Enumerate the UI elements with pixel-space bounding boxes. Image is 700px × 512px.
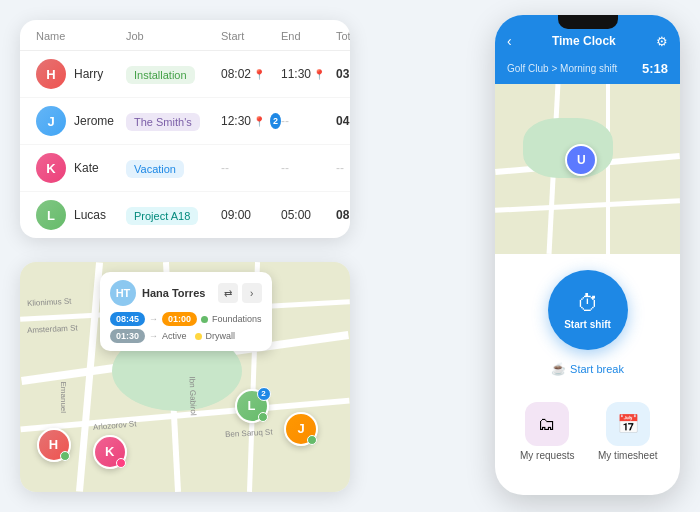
job-badge: Installation [126,66,195,84]
phone-notch [558,15,618,29]
job-badge: Project A18 [126,207,198,225]
time-display: 5:18 [642,61,668,76]
start-break-button[interactable]: ☕ Start break [541,358,634,380]
start-shift-button[interactable]: ⏱ Start shift [548,270,628,350]
phone-shell: ‹ Time Clock ⚙ Golf Club > Morning shift… [495,15,680,495]
end-time: -- [281,161,336,175]
timesheet-label: My timesheet [598,450,657,461]
timer-icon: ⏱ [577,291,599,317]
back-button[interactable]: ‹ [507,33,512,49]
breadcrumb-text: Golf Club > Morning shift [507,63,617,74]
table-header: Name Job Start End Total hours [20,20,350,51]
status-dot [60,451,70,461]
name-cell: L Lucas [36,200,126,230]
map-popup: HT Hana Torres ⇄ › 08:45 → 01:00 Foundat… [100,272,272,351]
end-time: -- [281,114,336,128]
street-label: Amsterdam St [26,324,77,336]
start-shift-label: Start shift [564,319,611,330]
street-label: Ibn Gabirol [187,377,197,416]
phone-breadcrumb: Golf Club > Morning shift 5:18 [495,59,680,84]
map-avatar[interactable]: J [284,412,318,446]
start-time: -- [221,161,281,175]
sync-icon[interactable]: ⇄ [218,283,238,303]
employee-name: Kate [74,161,99,175]
total-hours: 04:12 📄 [336,114,350,128]
phone-map: U [495,84,680,254]
job-cell: Project A18 [126,206,221,225]
pin-icon: 📍 [313,69,325,80]
requests-label: My requests [520,450,574,461]
requests-icon: 🗂 [525,402,569,446]
avatar: H [36,59,66,89]
popup-row: 08:45 → 01:00 Foundations [110,312,262,326]
map-background: Klionimus St Amsterdam St Arlozorov St B… [20,262,350,492]
start-time: 08:02 📍 [221,67,281,81]
start-time: 09:00 [221,208,281,222]
popup-header: HT Hana Torres ⇄ › [110,280,262,306]
col-start: Start [221,30,281,42]
map-avatar[interactable]: K [93,435,127,469]
time-chip: 01:30 [110,329,145,343]
time-chip: 08:45 [110,312,145,326]
table-row: L Lucas Project A18 09:00 05:00 08:00 [20,192,350,238]
schedule-table-panel: Name Job Start End Total hours H Harry I… [20,20,350,238]
time-chip: 01:00 [162,312,197,326]
job-cell: Installation [126,65,221,84]
col-job: Job [126,30,221,42]
total-hours: -- [336,161,350,175]
status-dot [195,333,202,340]
total-hours: 03:28 [336,67,350,81]
avatar: J [36,106,66,136]
name-cell: K Kate [36,153,126,183]
job-cell: Vacation [126,159,221,178]
col-total: Total hours [336,30,350,42]
employee-name: Lucas [74,208,106,222]
status-label: Drywall [206,331,236,341]
end-time: 11:30 📍 [281,67,336,81]
settings-icon[interactable]: ⚙ [656,34,668,49]
phone-title: Time Clock [518,34,650,48]
popup-row: 01:30 → Active Drywall [110,329,262,343]
my-requests-button[interactable]: 🗂 My requests [511,402,584,461]
expand-icon[interactable]: › [242,283,262,303]
table-row: K Kate Vacation -- -- -- [20,145,350,192]
active-label: Active [162,331,187,341]
total-hours: 08:00 [336,208,350,222]
pin-icon: 📍 [253,69,265,80]
col-end: End [281,30,336,42]
pin-icon: 📍 [253,116,265,127]
street-label: Ben Saruq St [224,427,272,438]
job-badge: The Smith's [126,113,200,131]
status-dot [307,435,317,445]
street-label: Emanuel [58,382,67,414]
col-name: Name [36,30,126,42]
avatar: K [36,153,66,183]
status-dot [116,458,126,468]
job-badge: Vacation [126,160,184,178]
employee-name: Jerome [74,114,114,128]
my-timesheet-button[interactable]: 📅 My timesheet [592,402,665,461]
status-label: Foundations [212,314,262,324]
start-time: 12:30 📍 2 [221,113,281,129]
map-avatar[interactable]: L 2 [235,389,269,423]
table-row: H Harry Installation 08:02 📍 11:30 📍 03:… [20,51,350,98]
arrow-icon: → [149,314,158,324]
map-panel[interactable]: Klionimus St Amsterdam St Arlozorov St B… [20,262,350,492]
map-avatar[interactable]: H [37,428,71,462]
popup-name: Hana Torres [142,287,205,299]
end-time: 05:00 [281,208,336,222]
phone-device: ‹ Time Clock ⚙ Golf Club > Morning shift… [495,15,680,495]
timesheet-icon: 📅 [606,402,650,446]
name-cell: H Harry [36,59,126,89]
name-cell: J Jerome [36,106,126,136]
notification-badge: 2 [257,387,271,401]
status-dot [201,316,208,323]
avatar: L [36,200,66,230]
arrow-icon: → [149,331,158,341]
notification-badge: 2 [270,113,281,129]
popup-rows: 08:45 → 01:00 Foundations 01:30 → Active… [110,312,262,343]
map-street [495,198,680,213]
popup-actions: ⇄ › [218,283,262,303]
break-icon: ☕ [551,362,566,376]
phone-bottom-nav: 🗂 My requests 📅 My timesheet [495,394,680,473]
